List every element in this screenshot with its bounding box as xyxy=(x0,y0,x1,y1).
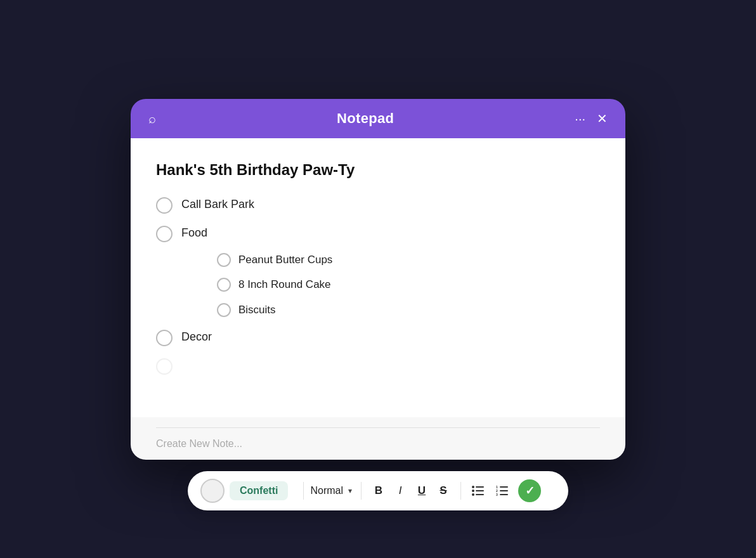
bullet-list-button[interactable] xyxy=(467,480,489,502)
italic-button[interactable]: I xyxy=(389,480,411,502)
checklist: Call Bark Park Food Peanut Butter Cups 8… xyxy=(156,197,600,375)
text-style-value: Normal xyxy=(310,485,343,496)
footer-divider xyxy=(156,427,600,428)
bullet-list-icon xyxy=(472,485,485,496)
bold-button[interactable]: B xyxy=(368,480,389,502)
checkbox-food[interactable] xyxy=(156,226,173,242)
close-icon[interactable]: ✕ xyxy=(597,112,608,125)
divider-2 xyxy=(361,482,362,500)
checkbox-peanut-butter[interactable] xyxy=(217,253,231,267)
svg-point-4 xyxy=(472,493,474,496)
svg-rect-11 xyxy=(500,494,508,495)
note-title: Hank's 5th Birthday Paw-Ty xyxy=(156,161,600,179)
list-item: Food xyxy=(156,225,600,242)
divider-3 xyxy=(460,482,461,500)
svg-rect-5 xyxy=(476,494,484,495)
sub-list-food: Peanut Butter Cups 8 Inch Round Cake Bis… xyxy=(186,252,600,318)
text-style-dropdown[interactable]: Normal ▾ xyxy=(310,485,352,496)
numbered-list-icon: 1 2 3 xyxy=(496,485,509,496)
formatting-toolbar: Confetti Normal ▾ B I U S xyxy=(188,471,568,510)
svg-rect-3 xyxy=(476,490,484,491)
app-title: Notepad xyxy=(337,110,394,127)
note-body: Hank's 5th Birthday Paw-Ty Call Bark Par… xyxy=(131,138,625,417)
list-item: Biscuits xyxy=(217,302,600,318)
underline-button[interactable]: U xyxy=(411,480,433,502)
svg-point-0 xyxy=(472,486,474,488)
checkbox-call-bark-park[interactable] xyxy=(156,197,173,214)
search-icon[interactable]: ⌕ xyxy=(148,112,156,125)
confirm-button[interactable]: ✓ xyxy=(518,479,541,502)
list-item-food-group: Food Peanut Butter Cups 8 Inch Round Cak… xyxy=(156,225,600,318)
title-bar: ⌕ Notepad ··· ✕ xyxy=(131,99,625,138)
checkbox-decor[interactable] xyxy=(156,330,173,346)
item-label-biscuits: Biscuits xyxy=(238,302,276,318)
item-label-food: Food xyxy=(181,225,207,241)
checkbox-biscuits[interactable] xyxy=(217,303,231,317)
divider-1 xyxy=(303,482,304,500)
app-window: ⌕ Notepad ··· ✕ Hank's 5th Birthday Paw-… xyxy=(131,99,625,460)
checkbox-partial[interactable] xyxy=(156,358,173,375)
item-label-peanut-butter: Peanut Butter Cups xyxy=(238,252,332,268)
item-label-round-cake: 8 Inch Round Cake xyxy=(238,277,331,292)
tag-confetti[interactable]: Confetti xyxy=(230,481,288,500)
item-label-decor: Decor xyxy=(181,329,212,345)
strikethrough-button[interactable]: S xyxy=(433,480,454,502)
svg-rect-9 xyxy=(500,490,508,491)
toolbar-container: Confetti Normal ▾ B I U S xyxy=(118,471,638,510)
svg-rect-1 xyxy=(476,486,484,488)
list-item: 8 Inch Round Cake xyxy=(217,277,600,292)
item-label-call-bark-park: Call Bark Park xyxy=(181,197,254,212)
svg-point-2 xyxy=(472,490,474,492)
checkbox-round-cake[interactable] xyxy=(217,278,231,292)
note-footer: Create New Note... xyxy=(131,417,625,460)
svg-rect-7 xyxy=(500,486,508,488)
list-item-partial xyxy=(156,358,600,375)
more-icon[interactable]: ··· xyxy=(575,112,585,125)
new-note-placeholder[interactable]: Create New Note... xyxy=(156,438,600,450)
title-bar-left: ⌕ xyxy=(148,112,156,125)
chevron-down-icon: ▾ xyxy=(348,486,352,495)
numbered-list-button[interactable]: 1 2 3 xyxy=(492,480,513,502)
list-item: Call Bark Park xyxy=(156,197,600,214)
svg-text:3: 3 xyxy=(496,493,498,496)
checkmark-icon: ✓ xyxy=(525,484,535,498)
title-bar-right: ··· ✕ xyxy=(575,112,608,125)
list-item: Peanut Butter Cups xyxy=(217,252,600,268)
list-item: Decor xyxy=(156,329,600,346)
toolbar-checkbox[interactable] xyxy=(200,479,225,503)
